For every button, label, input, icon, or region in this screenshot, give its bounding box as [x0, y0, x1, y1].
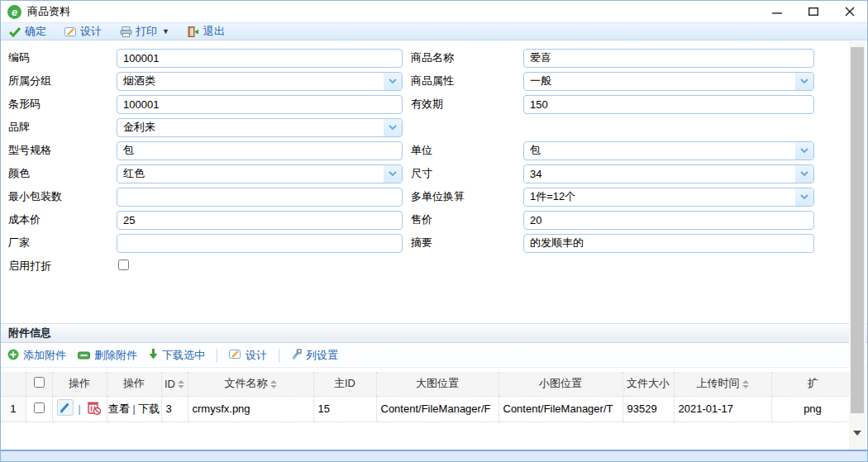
delete-icon[interactable] [85, 399, 102, 418]
wrench-icon [291, 349, 302, 363]
chevron-down-icon[interactable] [384, 73, 402, 90]
size-select[interactable] [523, 164, 814, 183]
field-label-brand: 品牌 [1, 120, 117, 135]
cell-id: 3 [161, 396, 188, 422]
header-select-all [26, 372, 52, 396]
confirm-button[interactable]: 确定 [9, 24, 46, 39]
field-label-group: 所属分组 [1, 74, 117, 88]
design-pencil-icon [64, 26, 77, 37]
header-filename[interactable]: 文件名称 [188, 372, 313, 396]
content-area: 编码 商品名称 所属分组 商品属性 条形码 有效期 品牌 [1, 41, 867, 450]
group-select[interactable] [117, 72, 403, 91]
field-label-multi-unit: 多单位换算 [403, 189, 523, 204]
header-ext[interactable]: 扩 [771, 372, 851, 396]
design-pencil-icon [229, 349, 241, 362]
vertical-scrollbar[interactable] [849, 41, 866, 450]
minimize-button[interactable] [766, 2, 788, 21]
exit-door-icon [188, 26, 200, 37]
exit-button[interactable]: 退出 [188, 24, 225, 39]
product-name-input[interactable] [523, 49, 814, 68]
spec-input[interactable] [117, 141, 403, 160]
design-button[interactable]: 设计 [64, 24, 102, 39]
attachment-section-header: 附件信息 [1, 323, 867, 343]
delete-attachment-button[interactable]: 删除附件 [78, 348, 137, 363]
multi-unit-select[interactable] [523, 188, 814, 207]
sort-icon [742, 380, 749, 388]
field-label-min-package: 最小包装数 [1, 189, 117, 204]
print-button[interactable]: 打印 ▼ [120, 24, 169, 39]
chevron-down-icon[interactable] [795, 73, 813, 90]
cost-price-input[interactable] [117, 211, 403, 230]
header-small-path[interactable]: 小图位置 [498, 372, 622, 396]
scrollbar-down-arrow[interactable] [849, 425, 866, 441]
cell-ext: png [771, 396, 851, 422]
edit-icon[interactable] [57, 399, 74, 418]
cell-upload-time: 2021-01-17 [674, 396, 771, 422]
title-bar: e 商品资料 [1, 1, 867, 22]
main-toolbar: 确定 设计 打印 ▼ 退出 [1, 22, 867, 40]
sort-icon [270, 380, 277, 388]
icon-separator: | [78, 403, 80, 415]
chevron-down-icon[interactable] [795, 188, 813, 206]
form-row: 成本价 售价 [1, 208, 849, 231]
chevron-down-icon[interactable] [384, 165, 402, 183]
summary-input[interactable] [523, 234, 814, 253]
row-checkbox[interactable] [34, 402, 45, 413]
download-selected-button[interactable]: 下载选中 [149, 348, 205, 363]
toolbar-separator [217, 349, 217, 363]
check-icon [9, 26, 21, 37]
header-op1[interactable]: 操作 [52, 372, 107, 396]
select-all-checkbox[interactable] [34, 377, 45, 388]
header-op2[interactable]: 操作 [107, 372, 161, 396]
row-select-cell [26, 396, 52, 422]
field-label-barcode: 条形码 [1, 97, 117, 112]
header-id[interactable]: ID [161, 372, 188, 396]
color-select[interactable] [117, 164, 403, 183]
product-info-window: e 商品资料 确定 设计 打印 ▼ 退出 编码 [0, 0, 868, 462]
field-label-validity: 有效期 [403, 97, 523, 112]
field-label-manufacturer: 厂家 [1, 236, 117, 250]
cell-main-id: 15 [313, 396, 376, 422]
column-settings-button[interactable]: 列设置 [291, 348, 338, 363]
min-package-input[interactable] [117, 188, 403, 207]
manufacturer-input[interactable] [117, 234, 403, 253]
header-big-path[interactable]: 大图位置 [376, 372, 498, 396]
header-upload-time[interactable]: 上传时间 [674, 372, 771, 396]
validity-input[interactable] [523, 95, 814, 114]
close-button[interactable] [839, 2, 861, 21]
sale-price-input[interactable] [523, 211, 814, 230]
row-op-links: 查看 | 下载 [107, 396, 161, 422]
attribute-select[interactable] [523, 72, 814, 91]
grid-design-button[interactable]: 设计 [229, 348, 267, 363]
unit-select[interactable] [523, 141, 814, 160]
form-row: 厂家 摘要 [1, 231, 849, 255]
scrollbar-thumb[interactable] [851, 47, 864, 413]
chevron-down-icon[interactable] [795, 165, 813, 183]
row-number: 1 [1, 396, 26, 422]
field-label-unit: 单位 [403, 143, 523, 158]
chevron-down-icon[interactable] [384, 119, 402, 136]
window-bottom-frame [1, 450, 867, 461]
form-row: 最小包装数 多单位换算 [1, 185, 849, 208]
download-link[interactable]: 下载 [138, 402, 160, 415]
window-title: 商品资料 [27, 4, 70, 19]
download-arrow-icon [149, 349, 158, 362]
table-row: 1 | 查看 | 下载 3 crmys [1, 396, 851, 422]
chevron-down-icon[interactable] [795, 142, 813, 160]
view-link[interactable]: 查看 [108, 402, 130, 415]
cell-filename: crmysfx.png [188, 396, 313, 422]
form-row: 启用打折 [1, 255, 849, 278]
enable-discount-checkbox[interactable] [118, 260, 129, 270]
header-file-size[interactable]: 文件大小 [622, 372, 674, 396]
barcode-input[interactable] [117, 95, 403, 114]
maximize-button[interactable] [803, 2, 824, 21]
code-input[interactable] [117, 49, 403, 68]
print-dropdown-caret[interactable]: ▼ [162, 27, 169, 36]
add-attachment-button[interactable]: 添加附件 [7, 348, 66, 363]
field-label-enable-discount: 启用打折 [1, 259, 117, 274]
header-main-id[interactable]: 主ID [313, 372, 376, 396]
field-label-color: 颜色 [1, 166, 117, 181]
brand-select[interactable] [117, 118, 403, 137]
printer-icon [120, 26, 132, 37]
cell-big-path: Content/FileManager/F [376, 396, 498, 422]
